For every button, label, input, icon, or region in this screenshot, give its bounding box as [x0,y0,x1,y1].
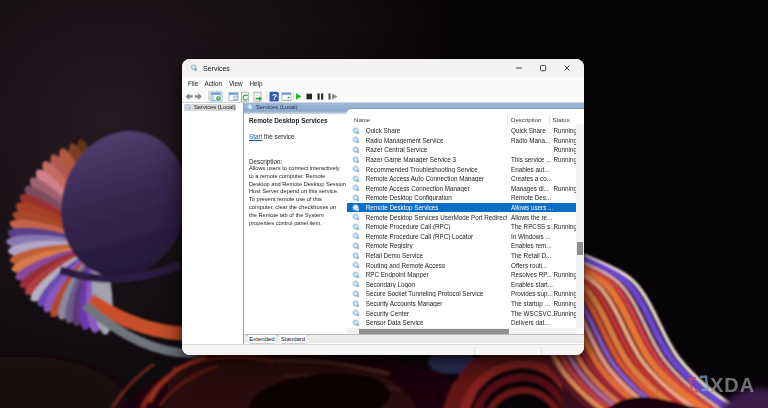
svg-text:?: ? [272,93,277,102]
svg-text:XDA: XDA [710,374,755,396]
